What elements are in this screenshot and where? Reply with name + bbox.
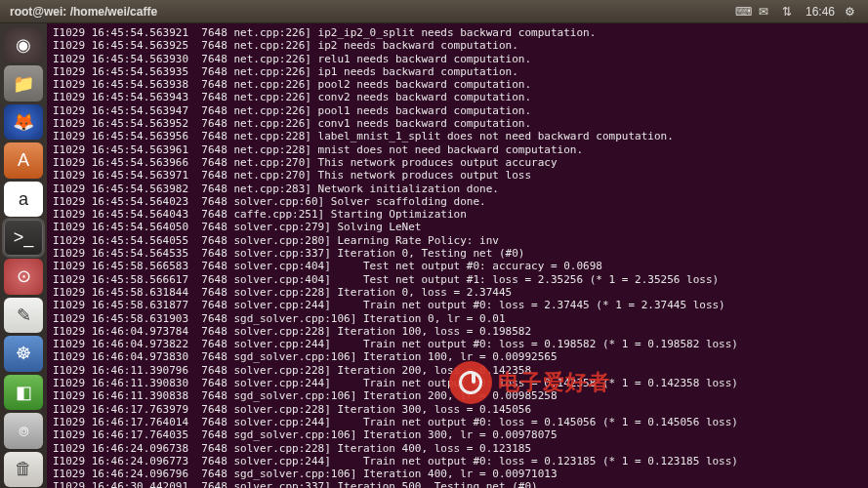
terminal-window[interactable]: I1029 16:45:54.563921 7648 net.cpp:226] … xyxy=(47,23,868,488)
launcher-dash[interactable]: ◉ xyxy=(4,27,43,62)
top-menu-bar: root@wei: /home/wei/caffe ⌨ ✉ ⇅ 16:46 ⚙ xyxy=(0,0,868,23)
gear-icon[interactable]: ⚙ xyxy=(845,5,858,19)
system-indicators: ⌨ ✉ ⇅ 16:46 ⚙ xyxy=(735,5,858,19)
launcher-software[interactable]: A xyxy=(4,142,43,178)
launcher-app-green[interactable]: ◧ xyxy=(4,375,43,410)
clock[interactable]: 16:46 xyxy=(806,5,835,19)
launcher-text-editor[interactable]: ✎ xyxy=(4,298,43,333)
mail-icon[interactable]: ✉ xyxy=(759,5,772,19)
launcher-amazon[interactable]: a xyxy=(4,182,43,217)
terminal-output: I1029 16:45:54.563921 7648 net.cpp:226] … xyxy=(53,26,862,488)
launcher-trash[interactable]: 🗑 xyxy=(4,452,43,487)
launcher-terminal[interactable]: >_ xyxy=(4,220,43,256)
launcher-app-blue[interactable]: ☸ xyxy=(4,336,43,371)
keyboard-icon[interactable]: ⌨ xyxy=(735,5,749,19)
launcher-files[interactable]: 📁 xyxy=(4,65,43,101)
window-title: root@wei: /home/wei/caffe xyxy=(10,5,157,19)
launcher-rhythmbox[interactable]: ⊙ xyxy=(4,259,43,294)
launcher-firefox[interactable]: 🦊 xyxy=(4,104,43,140)
unity-launcher: ◉📁🦊Aa>_⊙✎☸◧⌾🗑 xyxy=(0,23,47,488)
launcher-disk[interactable]: ⌾ xyxy=(4,413,43,448)
network-icon[interactable]: ⇅ xyxy=(782,5,796,19)
